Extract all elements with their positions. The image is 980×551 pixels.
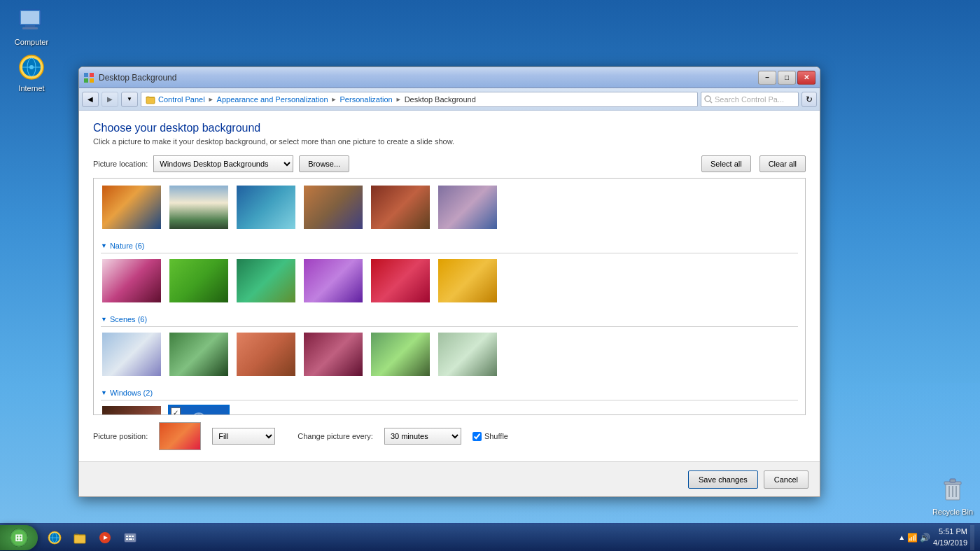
- thumb-checkbox-win: ✓: [171, 407, 181, 415]
- cancel-button[interactable]: Cancel: [764, 470, 808, 489]
- interval-select[interactable]: 10 seconds 30 seconds 1 minute 10 minute…: [384, 428, 461, 445]
- picture-location-label: Picture location:: [93, 160, 148, 168]
- show-desktop-button[interactable]: [970, 525, 974, 550]
- windows-collapse-arrow[interactable]: ▼: [101, 389, 107, 396]
- svg-rect-43: [129, 538, 132, 540]
- browse-button[interactable]: Browse...: [299, 155, 349, 172]
- taskbar-icons: [41, 526, 144, 549]
- svg-rect-3: [22, 27, 38, 29]
- save-changes-button[interactable]: Save changes: [688, 470, 758, 489]
- svg-line-21: [710, 101, 712, 103]
- svg-rect-40: [129, 536, 131, 537]
- internet-icon[interactable]: Internet: [7, 53, 56, 92]
- breadcrumb-part-3[interactable]: Personalization: [340, 95, 393, 104]
- picture-location-select[interactable]: Windows Desktop Backgrounds: [153, 155, 293, 172]
- svg-rect-41: [132, 536, 134, 537]
- recent-pages-button[interactable]: ▼: [121, 92, 138, 107]
- thumb-img-scene6: [438, 333, 497, 376]
- forward-button[interactable]: ▶: [102, 92, 118, 107]
- nature-thumb-1[interactable]: [101, 258, 162, 304]
- taskbar-time-display: 5:51 PM: [933, 526, 967, 537]
- svg-rect-44: [133, 538, 134, 540]
- tray-network-icon: 📶: [907, 533, 918, 543]
- scenes-thumb-4[interactable]: [302, 331, 364, 377]
- start-button[interactable]: ⊞: [0, 525, 38, 550]
- thumb-item[interactable]: [437, 184, 498, 230]
- start-orb: ⊞: [9, 528, 29, 547]
- thumb-item[interactable]: [302, 184, 364, 230]
- refresh-button[interactable]: ↻: [802, 92, 817, 107]
- tray-arrow[interactable]: ▲: [898, 533, 905, 541]
- taskbar-ie-icon[interactable]: [43, 526, 66, 549]
- scenes-category-label[interactable]: Scenes (6): [110, 315, 147, 323]
- nature-thumb-4[interactable]: [302, 258, 364, 304]
- search-placeholder: Search Control Pa...: [715, 95, 784, 104]
- thumb-img-flower1: [304, 259, 363, 302]
- svg-rect-11: [950, 479, 955, 482]
- scenes-thumb-5[interactable]: [370, 331, 431, 377]
- maximize-button[interactable]: □: [778, 71, 796, 85]
- nature-category-label[interactable]: Nature (6): [110, 242, 145, 250]
- gallery-scroll[interactable]: ▼ Nature (6) ▼ Scenes (6): [93, 178, 806, 415]
- nature-thumb-3[interactable]: [235, 258, 297, 304]
- windows-thumb-1[interactable]: [101, 405, 162, 415]
- thumb-item[interactable]: [370, 184, 431, 230]
- breadcrumb-part-4: Desktop Background: [405, 95, 476, 104]
- window-icon: [83, 72, 94, 83]
- tray-volume-icon[interactable]: 🔊: [920, 533, 930, 543]
- thumb-img-scene5: [371, 333, 430, 376]
- thumb-img: [438, 186, 497, 229]
- thumb-img-leaves: [169, 259, 228, 302]
- shuffle-checkbox[interactable]: [472, 432, 482, 441]
- computer-label: Computer: [15, 38, 48, 46]
- thumb-img-scene3: [237, 333, 295, 376]
- page-title: Choose your desktop background: [93, 122, 806, 134]
- thumb-img-scene2: [169, 333, 228, 376]
- position-select[interactable]: Fill Fit Stretch Tile Center: [212, 428, 275, 445]
- scenes-thumb-1[interactable]: [101, 331, 162, 377]
- clear-all-button[interactable]: Clear all: [760, 155, 806, 172]
- back-button[interactable]: ◀: [82, 92, 99, 107]
- svg-rect-38: [125, 533, 136, 542]
- nature-thumb-2[interactable]: [168, 258, 230, 304]
- thumb-img-scene4: [304, 333, 363, 376]
- minimize-button[interactable]: –: [758, 71, 776, 85]
- windows-category-label[interactable]: Windows (2): [110, 389, 153, 397]
- search-box[interactable]: Search Control Pa...: [701, 92, 799, 107]
- taskbar-clock[interactable]: 5:51 PM 4/19/2019: [933, 526, 967, 548]
- footer: Save changes Cancel: [79, 461, 820, 496]
- taskbar-folder-icon[interactable]: [69, 526, 91, 549]
- windows-thumb-2[interactable]: ✓: [168, 405, 230, 415]
- thumb-img: [169, 186, 228, 229]
- svg-rect-35: [74, 535, 85, 543]
- scenes-thumb-6[interactable]: [437, 331, 498, 377]
- breadcrumb-part-2[interactable]: Appearance and Personalization: [217, 95, 328, 104]
- nature-collapse-arrow[interactable]: ▼: [101, 242, 107, 249]
- nature-thumb-6[interactable]: [437, 258, 498, 304]
- window-title: Desktop Background: [99, 73, 176, 83]
- taskbar-keyboard-icon[interactable]: [119, 526, 141, 549]
- category-header-windows: ▼ Windows (2): [101, 386, 798, 400]
- scenes-thumb-2[interactable]: [168, 331, 230, 377]
- svg-rect-42: [126, 538, 128, 540]
- taskbar-media-icon[interactable]: [94, 526, 116, 549]
- thumb-item[interactable]: [235, 184, 297, 230]
- bottom-section: Picture position: Fill Fit Stretch Tile …: [93, 415, 806, 450]
- shuffle-label[interactable]: Shuffle: [472, 432, 508, 441]
- page-subtitle: Click a picture to make it your desktop …: [93, 137, 806, 146]
- position-row: Picture position: Fill Fit Stretch Tile …: [93, 422, 806, 450]
- recycle-bin-icon[interactable]: Recycle Bin: [932, 477, 973, 516]
- svg-rect-15: [84, 73, 88, 77]
- shuffle-text: Shuffle: [484, 432, 508, 440]
- svg-rect-1: [21, 11, 39, 24]
- breadcrumb-part-1[interactable]: Control Panel: [158, 95, 205, 104]
- scenes-thumb-3[interactable]: [235, 331, 297, 377]
- close-button[interactable]: ✕: [797, 71, 816, 85]
- select-all-button[interactable]: Select all: [701, 155, 751, 172]
- scenes-collapse-arrow[interactable]: ▼: [101, 316, 107, 323]
- thumb-item[interactable]: [168, 184, 230, 230]
- nature-thumb-5[interactable]: [370, 258, 431, 304]
- computer-icon[interactable]: Computer: [7, 7, 56, 46]
- thumb-img-coffee: [102, 406, 161, 415]
- thumb-item[interactable]: [101, 184, 162, 230]
